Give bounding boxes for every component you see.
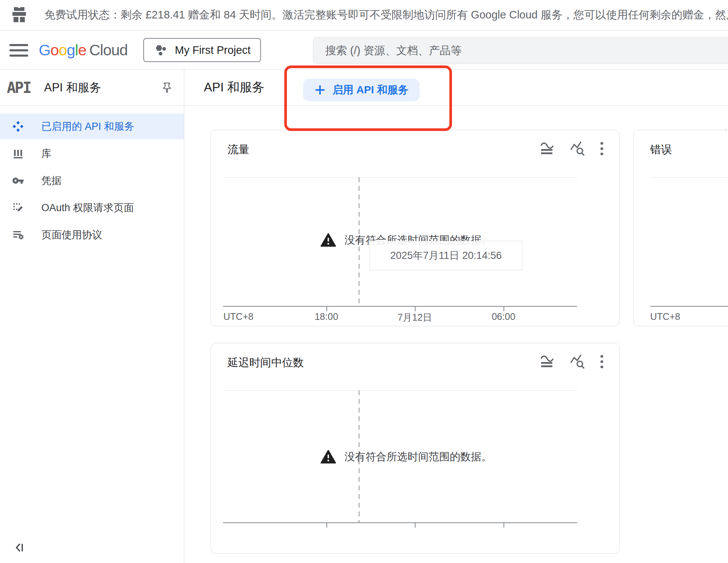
sidebar-item-label: 凭据: [41, 174, 62, 187]
more-options-icon[interactable]: [600, 355, 604, 369]
card-title: 延迟时间中位数: [228, 355, 304, 370]
key-icon: [10, 175, 26, 187]
warning-icon: [320, 450, 336, 464]
traffic-card: 流量: [211, 130, 620, 326]
sidebar-item-label: 页面使用协议: [41, 228, 102, 242]
api-product-icon: API: [7, 79, 30, 96]
timezone-label: UTC+8: [650, 311, 680, 322]
pin-icon[interactable]: [161, 82, 173, 94]
sidebar-item-label: OAuth 权限请求页面: [41, 201, 134, 215]
more-options-icon[interactable]: [600, 142, 604, 156]
no-data-message: 没有符合所选时间范围的数据。: [320, 450, 492, 464]
x-axis: [223, 522, 577, 523]
sidebar-header: API API 和服务: [0, 70, 184, 106]
gift-icon: [11, 6, 28, 24]
explore-data-icon[interactable]: [569, 354, 586, 370]
sidebar-item-usage-agreement[interactable]: 页面使用协议: [0, 222, 184, 248]
free-trial-text: 免费试用状态：剩余 £218.41 赠金和 84 天时间。激活完整账号即可不受限…: [44, 8, 728, 23]
sidebar-item-oauth-consent[interactable]: OAuth 权限请求页面: [0, 195, 184, 221]
warning-icon: [320, 233, 336, 247]
x-tick-label: 18:00: [315, 311, 338, 322]
chart-type-icon[interactable]: [539, 142, 555, 155]
enable-api-button[interactable]: 启用 API 和服务: [303, 79, 420, 101]
chart-top-rule: [650, 177, 728, 178]
tooltip-datetime: 2025年7月11日 20:14:56: [390, 249, 502, 262]
card-toolbar: [539, 141, 604, 157]
chart-type-icon[interactable]: [539, 355, 555, 368]
sidebar-title: API 和服务: [44, 80, 101, 96]
dashboard-content: 1 小 流量: [184, 106, 728, 563]
app-header: GoogleCloud My First Project: [0, 30, 728, 70]
card-title: 错误: [650, 142, 672, 157]
logo-cloud-word: Cloud: [89, 41, 127, 58]
enable-api-button-label: 启用 API 和服务: [332, 83, 408, 97]
free-trial-banner: 免费试用状态：剩余 £218.41 赠金和 84 天时间。激活完整账号即可不受限…: [0, 0, 728, 30]
google-cloud-logo[interactable]: GoogleCloud: [39, 41, 127, 59]
project-selector-button[interactable]: My First Project: [143, 38, 261, 62]
sidebar-item-label: 库: [41, 147, 52, 160]
page-title: API 和服务: [204, 79, 264, 96]
chart-top-rule: [223, 390, 577, 391]
explore-data-icon[interactable]: [569, 141, 586, 157]
search-bar[interactable]: [313, 37, 728, 64]
list-settings-icon: [10, 229, 26, 241]
x-axis: [650, 306, 728, 307]
library-icon: [10, 148, 26, 160]
oauth-consent-icon: [10, 202, 26, 214]
card-title: 流量: [228, 142, 249, 157]
sidebar-item-credentials[interactable]: 凭据: [0, 168, 184, 193]
latency-card: 延迟时间中位数: [211, 343, 620, 554]
x-tick-label: 06:00: [492, 311, 516, 322]
search-input[interactable]: [325, 44, 728, 57]
sidebar-nav: 已启用的 API 和服务 库 凭据: [0, 106, 184, 248]
main-area: API 和服务 启用 API 和服务 1 小 流量: [184, 70, 728, 563]
sidebar: API API 和服务 已启用的 API 和服务: [0, 70, 184, 563]
chart-top-rule: [223, 177, 577, 178]
card-toolbar: [539, 354, 604, 370]
x-axis: [223, 306, 577, 307]
page-header: API 和服务 启用 API 和服务: [184, 70, 728, 106]
sidebar-item-enabled-apis[interactable]: 已启用的 API 和服务: [0, 114, 184, 139]
sidebar-item-library[interactable]: 库: [0, 141, 184, 166]
x-tick-label: 7月12日: [397, 311, 432, 324]
sidebar-item-label: 已启用的 API 和服务: [41, 120, 135, 133]
project-hexagons-icon: [154, 44, 167, 56]
hamburger-menu-icon[interactable]: [9, 43, 28, 58]
collapse-sidebar-icon[interactable]: [14, 542, 26, 553]
enabled-apis-icon: [10, 120, 26, 132]
project-name: My First Project: [175, 44, 250, 56]
plus-icon: [314, 84, 326, 96]
chart-tooltip: 2025年7月11日 20:14:56: [370, 241, 522, 270]
timezone-label: UTC+8: [223, 311, 253, 322]
errors-card: 错误 UTC+8: [633, 130, 728, 326]
logo-letter: G: [39, 41, 50, 58]
